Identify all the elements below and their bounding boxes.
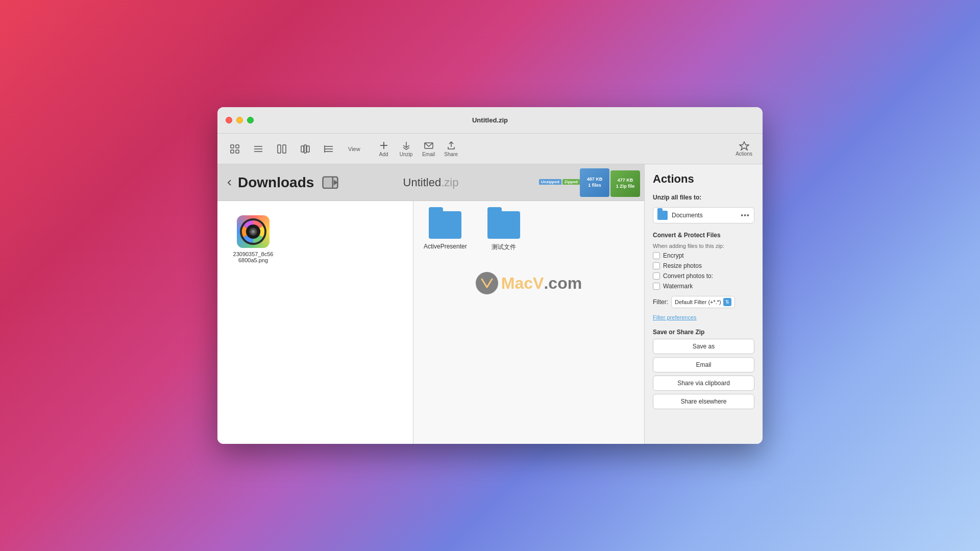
titlebar: Untitled.zip [217,107,763,134]
resize-photos-checkbox[interactable] [653,262,660,269]
list-view-button[interactable] [247,142,270,156]
convert-label: Convert & Protect Files [653,232,754,239]
content-area: Downloads Untitled.zip Unz [217,164,763,444]
actions-title: Actions [653,172,754,186]
svg-point-28 [252,230,255,233]
back-button[interactable]: Downloads [226,174,314,191]
svg-rect-1 [236,145,239,148]
resize-photos-row: Resize photos [653,262,754,269]
svg-rect-0 [231,145,234,148]
file-icon [237,215,270,248]
unzipped-tab: Unzipped [539,179,561,185]
unzipped-box: 487 KB 1 files [580,168,609,197]
file-name: 23090357_8c566800a5.png [232,251,275,263]
email-button[interactable]: Email [418,138,440,159]
watermark-checkbox[interactable] [653,283,660,290]
svg-rect-11 [307,146,309,152]
filter-row: Filter: Default Filter (+*.*) ⇅ [653,296,754,308]
save-as-button[interactable]: Save as [653,339,754,354]
panes-area: 23090357_8c566800a5.png ActivePresenter … [217,201,644,444]
filter-label: Filter: [653,298,668,306]
toggle-sidebar-button[interactable] [322,177,338,188]
svg-rect-10 [304,145,306,153]
share-button[interactable]: Share [440,138,462,159]
actions-label: Actions [736,151,752,157]
app-window: Untitled.zip [217,107,763,444]
svg-marker-23 [334,181,337,184]
right-pane: ActivePresenter 测试文件 [413,201,644,444]
view-label: View [348,146,360,152]
zipped-box: 477 KB 1 Zip file [610,170,640,197]
zip-filename-area: Untitled.zip [403,176,459,189]
add-label: Add [379,152,388,157]
grid-view-button[interactable] [224,142,246,156]
main-wrapper: Downloads Untitled.zip Unz [217,164,644,444]
list-item[interactable]: ActivePresenter [424,211,467,252]
folder-small-icon [657,211,668,220]
window-title: Untitled.zip [472,116,508,124]
convert-photos-checkbox[interactable] [653,272,660,280]
folder-name: 测试文件 [492,243,516,252]
gallery-view-button[interactable] [294,142,316,156]
filter-select[interactable]: Default Filter (+*.*) ⇅ [671,296,735,308]
unzip-path: Documents [672,212,737,219]
share-label: Share [444,152,458,157]
back-label: Downloads [238,174,314,191]
actions-button[interactable]: Actions [731,139,756,159]
watermark: MacV.com [424,272,634,294]
share-clipboard-button[interactable]: Share via clipboard [653,375,754,391]
actions-sidebar: Actions Unzip all files to: Documents ••… [644,164,763,444]
more-button[interactable]: ••• [741,211,750,219]
left-pane: 23090357_8c566800a5.png [217,201,413,444]
svg-rect-3 [236,150,239,153]
convert-photos-label: Convert photos to: [663,272,713,280]
zipped-tab: Zipped [562,179,580,185]
convert-section: Convert & Protect Files When adding file… [653,230,754,290]
save-share-section: Save or Share Zip Save as Email Share vi… [653,327,754,409]
unzip-section-label: Unzip all files to: [653,194,754,201]
encrypt-label: Encrypt [663,252,684,259]
view-group [224,142,340,156]
minimize-button[interactable] [236,117,243,123]
email-label: Email [422,152,435,157]
email-share-button[interactable]: Email [653,357,754,372]
zip-filename: Untitled.zip [403,176,459,189]
filter-arrow-icon: ⇅ [723,298,731,306]
list-item[interactable]: 测试文件 [487,211,520,252]
folder-icon [429,211,461,239]
zip-info: Unzipped Zipped 487 KB 1 files 477 KB 1 … [539,164,640,201]
encrypt-checkbox[interactable] [653,252,660,259]
logo-text: MacV.com [501,274,582,293]
svg-rect-2 [231,150,234,153]
unzip-path-row[interactable]: Documents ••• [653,207,754,223]
detail-view-button[interactable] [317,142,340,156]
column-view-button[interactable] [271,142,293,156]
svg-marker-20 [740,142,749,150]
svg-rect-7 [278,145,281,153]
maximize-button[interactable] [247,117,254,123]
folder-name: ActivePresenter [424,243,467,250]
filter-value: Default Filter (+*.*) [675,299,721,305]
logo-icon [476,272,498,294]
convert-sublabel: When adding files to this zip: [653,243,754,249]
watermark-row: Watermark [653,283,754,290]
svg-rect-9 [301,146,304,152]
close-button[interactable] [226,117,232,123]
unzip-button[interactable]: Unzip [395,138,418,159]
add-button[interactable]: Add [373,138,395,159]
watermark-label: Watermark [663,283,693,290]
toolbar: View Add Unzip Email [217,134,763,164]
share-elsewhere-button[interactable]: Share elsewhere [653,394,754,409]
zip-label-row: Unzipped Zipped [539,179,580,185]
nav-bar: Downloads Untitled.zip Unz [217,164,644,201]
unzip-label: Unzip [400,152,413,157]
filter-preferences-link[interactable]: Filter preferences [653,314,754,320]
traffic-lights [217,117,254,123]
zip-folders: ActivePresenter 测试文件 [424,211,634,252]
encrypt-row: Encrypt [653,252,754,259]
svg-rect-8 [283,145,286,153]
folder-icon [487,211,520,239]
list-item[interactable]: 23090357_8c566800a5.png [228,211,279,267]
save-share-label: Save or Share Zip [653,329,754,336]
resize-photos-label: Resize photos [663,262,702,269]
